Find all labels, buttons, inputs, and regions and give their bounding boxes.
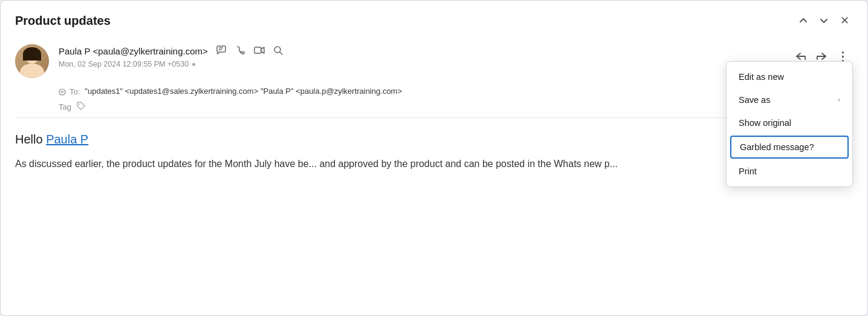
sender-actions xyxy=(214,44,285,58)
send-time: Mon, 02 Sep 2024 12:09:55 PM +0530 xyxy=(59,60,782,68)
navigate-up-button[interactable] xyxy=(795,14,811,27)
menu-item-garbled-message[interactable]: Garbled message? xyxy=(730,136,849,159)
email-window: Product updates ✕ Paula xyxy=(0,0,868,316)
chevron-down-icon xyxy=(820,16,828,25)
menu-item-save-as[interactable]: Save as › xyxy=(727,88,852,111)
svg-point-6 xyxy=(59,89,65,95)
greeting-link[interactable]: Paula P xyxy=(46,133,88,146)
tag-icon[interactable] xyxy=(76,101,86,113)
tag-label: Tag xyxy=(59,102,71,111)
context-menu: Edit as new Save as › Show original Garb… xyxy=(726,61,853,187)
avatar xyxy=(15,44,49,78)
chevron-right-icon: › xyxy=(838,96,840,104)
expand-icon[interactable] xyxy=(59,88,66,96)
sender-name: Paula P <paula@zylkertraining.com> xyxy=(59,46,208,56)
status-dot xyxy=(192,63,195,66)
sender-info: Paula P <paula@zylkertraining.com> xyxy=(59,44,782,68)
navigate-down-button[interactable] xyxy=(816,14,832,27)
chevron-up-icon xyxy=(799,16,808,25)
svg-line-5 xyxy=(279,52,282,55)
chat-icon[interactable] xyxy=(214,44,230,58)
header-actions: ✕ xyxy=(795,12,853,30)
phone-icon[interactable] xyxy=(233,44,248,58)
email-title: Product updates xyxy=(15,14,111,28)
email-header: Product updates ✕ xyxy=(1,1,867,38)
to-label: To: xyxy=(59,87,80,96)
svg-point-7 xyxy=(79,104,80,105)
menu-item-print[interactable]: Print xyxy=(727,160,852,183)
svg-rect-3 xyxy=(254,47,261,53)
video-icon[interactable] xyxy=(251,45,267,58)
search-icon[interactable] xyxy=(271,44,285,58)
sender-row: Paula P <paula@zylkertraining.com> xyxy=(59,44,782,58)
menu-item-edit-as-new[interactable]: Edit as new xyxy=(727,65,852,88)
svg-rect-0 xyxy=(217,46,225,52)
close-button[interactable]: ✕ xyxy=(837,12,853,30)
to-addresses: "updates1" <updates1@sales.zylkertrainin… xyxy=(85,87,402,96)
menu-item-show-original[interactable]: Show original xyxy=(727,111,852,134)
